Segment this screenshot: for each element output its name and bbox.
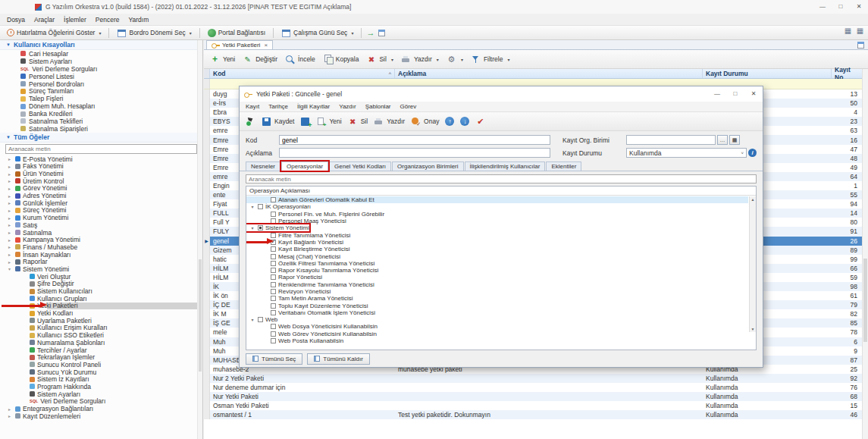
dialog-minimize-button[interactable]: — xyxy=(708,86,726,102)
tabstrip-panel-icon[interactable] xyxy=(856,40,866,50)
sidebar-item-faks-yonetimi[interactable]: ▸ Faks Yönetimi xyxy=(0,162,202,170)
grid-icon[interactable] xyxy=(843,26,853,36)
sidebar-shortcut-donem-muh-hesaplari[interactable]: Dönem Muh. Hesapları xyxy=(0,102,202,110)
toolbar-degistir[interactable]: Değiştir xyxy=(243,55,277,64)
sidebar-item-kullanici-sso-etiketleri[interactable]: Kullanıcı SSO Etiketleri xyxy=(0,331,202,339)
toolbar-sil[interactable]: Sil ▾ xyxy=(366,55,393,64)
chevron-icon[interactable]: ▸ xyxy=(6,186,13,191)
checkbox[interactable] xyxy=(271,218,276,224)
dialog-menu-tarihce[interactable]: Tarihçe xyxy=(265,103,292,110)
column-header-kayit-durumu[interactable]: Kayıt Durumu xyxy=(703,69,832,78)
sidebar-item-insan-kaynaklari[interactable]: ▸ İnsan Kaynakları xyxy=(0,251,202,259)
toolbar-bordro-donemi-sec[interactable]: Bordro Dönemi Seç ▾ xyxy=(113,27,195,39)
dialog-toolbar-onay[interactable]: Onay xyxy=(411,117,439,127)
chevron-icon[interactable]: ▸ xyxy=(6,156,13,161)
close-button[interactable]: ✕ xyxy=(850,0,868,14)
dialog-tab-nesneler[interactable]: Nesneler xyxy=(246,161,280,171)
sidebar-shortcut-satinalma-siparisleri[interactable]: Satınalma Siparişleri xyxy=(0,125,202,133)
dialog-tab-operasyonlar[interactable]: Operasyonlar xyxy=(281,161,328,171)
operation-web[interactable]: ▾ Web xyxy=(246,316,748,323)
dialog-toolbar-yeni[interactable]: Yeni xyxy=(316,117,341,127)
tab-close-icon[interactable]: × xyxy=(264,42,268,49)
chevron-icon[interactable]: ▸ xyxy=(6,171,13,177)
toolbar-yazdir[interactable]: Yazdır ▾ xyxy=(401,55,439,64)
toolbar-hatirlatma-ogelerini-goster[interactable]: Hatırlatma Öğelerini Göster ▾ xyxy=(3,27,105,38)
sidebar-shortcut-talep-fisleri[interactable]: Talep Fişleri xyxy=(0,95,202,102)
checkbox[interactable] xyxy=(271,303,276,309)
org-list-button[interactable]: ▦ xyxy=(729,135,740,145)
sidebar-item-yetki-kodlari[interactable]: Yetki Kodları xyxy=(0,309,202,317)
sidebar-item-tercihler-ayarlar[interactable]: Tercihler / Ayarlar xyxy=(0,346,202,354)
toolbar-incele[interactable]: İncele xyxy=(285,55,315,64)
sidebar-item-kayit-duzenlemeleri[interactable]: ▸ Kayıt Düzenlemeleri xyxy=(0,412,202,420)
toolbar-filtrele[interactable]: Filtrele ▾ xyxy=(471,55,510,64)
sidebar-item-satinalma[interactable]: ▸ Satınalma xyxy=(0,229,202,237)
aciklama-input[interactable] xyxy=(279,148,550,158)
org-input[interactable] xyxy=(626,135,716,145)
toolbar-gear-button[interactable]: ▾ xyxy=(447,55,463,64)
sidebar-shortcut-surec-tanimlari[interactable]: Süreç Tanımları xyxy=(0,87,202,95)
checkbox[interactable] xyxy=(258,225,263,230)
sidebar-shortcut-satinalma-teklifleri[interactable]: Satınalma Teklifleri xyxy=(0,118,202,125)
operations-column-header[interactable]: Operasyon Açıklaması xyxy=(246,187,756,196)
sidebar-item-sifre-degistir[interactable]: Şifre Değiştir xyxy=(0,280,202,287)
checkbox[interactable] xyxy=(271,324,276,329)
sidebar-item-gunluk-islemler[interactable]: ▸ Günlük İşlemler xyxy=(0,199,202,207)
menu-yardim[interactable]: Yardım xyxy=(124,16,153,24)
sidebar-item-sistem-yonetimi[interactable]: ▾ Sistem Yönetimi xyxy=(0,265,202,273)
operation-kayit-baglanti-yoneticisi[interactable]: Kayıt Bağlantı Yöneticisi xyxy=(246,239,748,246)
dropdown-arrow-icon[interactable]: ▾ xyxy=(391,57,393,62)
dialog-toolbar-nav-up-button[interactable] xyxy=(445,117,454,126)
clear-all-button[interactable]: Tümünü Kaldır xyxy=(307,353,369,365)
operation-personel-maas-yoneticisi[interactable]: Personel Maaş Yöneticisi xyxy=(246,218,748,224)
table-row-nur-yetki-paketi[interactable]: Nur Yetki Paketi Kullanımda 68 xyxy=(204,392,862,401)
sidebar-item-veri-olustur[interactable]: Veri Oluştur xyxy=(0,273,202,281)
dialog-menu-yazdir[interactable]: Yazdır xyxy=(335,103,360,110)
operation-web-gorev-yoneticisini-kullanabilsin[interactable]: Web Görev Yöneticisini Kullanabilsin xyxy=(246,331,748,337)
sidebar-item-uyarlama-paketleri[interactable]: Uyarlama Paketleri xyxy=(0,317,202,325)
table-row-nur-2-yetki-paketi[interactable]: Nur 2 Yetki Paketi Kullanımda 92 xyxy=(204,374,862,383)
dialog-toolbar-check-red-button[interactable] xyxy=(475,117,485,127)
dropdown-arrow-icon[interactable]: ▾ xyxy=(351,30,353,36)
sidebar-shortcut-personel-bordrolari[interactable]: Personel Bordroları xyxy=(0,80,202,88)
sidebar-shortcuts-header[interactable]: ▼ Kullanıcı Kısayolları xyxy=(0,40,202,50)
sidebar-item-sunucu-yuk-durumu[interactable]: Sunucu Yük Durumu xyxy=(0,368,202,376)
sidebar-item-satis[interactable]: ▸ Satış xyxy=(0,221,202,229)
dialog-tab-genel-yetki-kodlari[interactable]: Genel Yetki Kodları xyxy=(329,161,391,171)
sidebar-item-kurum-yonetimi[interactable]: ▸ Kurum Yönetimi xyxy=(0,214,202,221)
sidebar-item-kampanya-yonetimi[interactable]: ▸ Kampanya Yönetimi xyxy=(0,236,202,243)
sidebar-item-surec-yonetimi[interactable]: ▸ Süreç Yönetimi xyxy=(0,207,202,215)
operation-web-posta-kullanabilsin[interactable]: Web Posta Kullanabilsin xyxy=(246,337,748,344)
sidebar-item-sunucu-kontrol-paneli[interactable]: Sunucu Kontrol Paneli xyxy=(0,361,202,368)
grid-icon[interactable] xyxy=(855,26,865,36)
chevron-icon[interactable]: ▸ xyxy=(6,164,13,169)
tab-yetki-paketleri[interactable]: Yetki Paketleri × xyxy=(206,40,273,49)
sidebar-item-numaralama-sablonlari[interactable]: Numaralama Şablonları xyxy=(0,339,202,346)
sidebar-item-raporlar[interactable]: ▸ Raporlar xyxy=(0,258,202,265)
dialog-toolbar-nav-down-button[interactable] xyxy=(460,117,469,126)
dialog-tab-eklentiler[interactable]: Eklentiler xyxy=(546,161,581,171)
chevron-icon[interactable]: ▸ xyxy=(6,178,13,183)
durum-select[interactable]: Kullanımda ˅ xyxy=(626,148,747,158)
window-panel-icon[interactable] xyxy=(377,28,387,38)
table-row-osmantest-1[interactable]: osmantest / 1 Test yetki paketidir. Doku… xyxy=(204,410,862,419)
dialog-maximize-button[interactable]: □ xyxy=(726,86,744,102)
chevron-icon[interactable]: ▸ xyxy=(6,200,13,205)
dialog-menu-sablonlar[interactable]: Şablonlar xyxy=(362,103,395,110)
sidebar-item-e-posta-yonetimi[interactable]: ▸ E-Posta Yönetimi xyxy=(0,155,202,163)
minimize-button[interactable]: — xyxy=(813,0,832,14)
sidebar-item-uretim-kontrol[interactable]: ▸ Üretim Kontrol xyxy=(0,177,202,185)
sidebar-shortcut-personel-listesi[interactable]: Personel Listesi xyxy=(0,73,202,80)
operations-search-input[interactable] xyxy=(246,174,757,183)
dialog-toolbar-cursor-new-button[interactable] xyxy=(246,117,255,127)
sidebar-item-tekrarlayan-islemler[interactable]: Tekrarlayan İşlemler xyxy=(0,353,202,361)
operation-veritabani-otomatik-islem-yoneticisi[interactable]: Veritabanı Otomatik İşlem Yöneticisi xyxy=(246,309,748,316)
operations-scrollbar[interactable]: ▲ ▼ xyxy=(749,196,756,332)
scroll-down-icon[interactable]: ▼ xyxy=(751,327,755,331)
column-header-kayit-no[interactable]: Kayıt No xyxy=(832,69,862,78)
sidebar-scrollbar[interactable] xyxy=(197,40,202,439)
menu-pencere[interactable]: Pencere xyxy=(91,16,124,24)
operation-renklendirme-tanimlama-yoneticisi[interactable]: Renklendirme Tanımlama Yöneticisi xyxy=(246,281,748,288)
sidebar-shortcut-banka-kredileri[interactable]: Banka Kredileri xyxy=(0,110,202,118)
dialog-toolbar-kaydet[interactable]: Kaydet xyxy=(262,117,294,127)
